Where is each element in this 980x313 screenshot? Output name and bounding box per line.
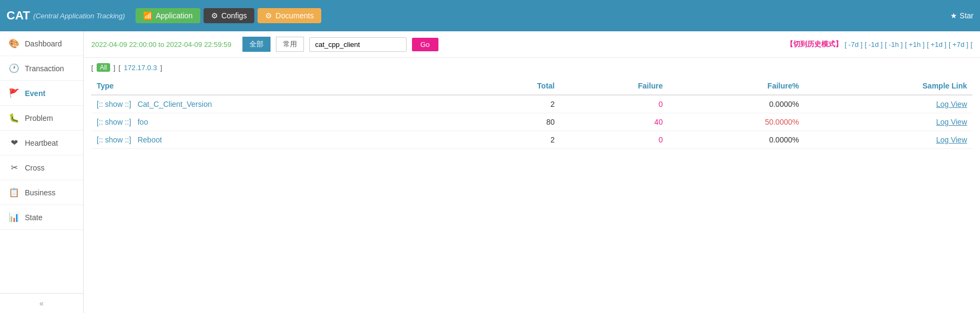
application-icon: 📶 [143,11,152,20]
log-view-link-0[interactable]: Log View [810,100,967,108]
star-button[interactable]: ★ Star [950,11,974,20]
sidebar: 🎨 Dashboard 🕐 Transaction 🚩 Event 🐛 Prob… [0,31,84,313]
sidebar-item-problem[interactable]: 🐛 Problem [0,106,83,131]
cell-failurepct-0: 0.0000% [668,95,804,113]
cell-failure-2: 0 [560,131,668,149]
bug-icon: 🐛 [9,113,19,123]
log-view-link-1[interactable]: Log View [810,118,967,126]
event-table: Type Total Failure Failure% Sample Link … [91,77,972,149]
sidebar-item-cross[interactable]: ✂ Cross [0,155,83,180]
app-logo: CAT [6,9,30,23]
sidebar-item-transaction-label: Transaction [25,64,64,73]
star-icon: ★ [950,11,957,20]
breadcrumb: [ All ] [ 172.17.0.3 ] [84,58,980,77]
breadcrumb-bracket-close-2: ] [160,64,163,72]
breadcrumb-bracket-open-2: [ [119,64,121,72]
sidebar-item-event-label: Event [25,89,45,98]
nav-application-label: Application [156,11,193,20]
table-row: [:: show ::] Reboot 2 0 0.0000% Log View [91,131,972,149]
header: CAT (Central Application Tracking) 📶 App… [0,0,980,31]
col-header-total: Total [474,77,560,95]
cell-failure-1: 40 [560,113,668,131]
sidebar-collapse-button[interactable]: « [0,293,83,313]
cell-logview-1: Log View [805,113,972,131]
cell-failurepct-2: 0.0000% [668,131,804,149]
time-link-plus1d[interactable]: [ +1d ] [927,40,947,49]
sidebar-item-state-label: State [25,213,43,222]
date-range: 2022-04-09 22:00:00 to 2022-04-09 22:59:… [91,40,232,49]
collapse-icon: « [39,299,44,308]
content-area: 2022-04-09 22:00:00 to 2022-04-09 22:59:… [84,31,980,313]
cell-type-1: [:: show ::] foo [91,113,474,131]
time-link-minus7d[interactable]: [ -7d ] [844,40,862,49]
sidebar-item-heartbeat-label: Heartbeat [25,139,58,147]
time-link-extra[interactable]: [ [970,40,972,49]
show-link-2[interactable]: [:: show ::] [97,135,131,144]
time-link-plus7d[interactable]: [ +7d ] [949,40,969,49]
type-name-0[interactable]: Cat_C_Client_Version [138,100,212,108]
history-mode-link[interactable]: 【切到历史模式】 [786,39,842,49]
table-area: Type Total Failure Failure% Sample Link … [84,77,980,313]
heart-icon: ❤ [9,138,19,148]
breadcrumb-bracket-open: [ [91,64,93,72]
time-link-minus1h[interactable]: [ -1h ] [885,40,903,49]
nav-documents-label: Documents [275,11,314,20]
table-row: [:: show ::] Cat_C_Client_Version 2 0 0.… [91,95,972,113]
cell-total-1: 80 [474,113,560,131]
sidebar-item-business[interactable]: 📋 Business [0,180,83,205]
table-header-row: Type Total Failure Failure% Sample Link [91,77,972,95]
breadcrumb-all-badge[interactable]: All [97,63,110,72]
cell-type-0: [:: show ::] Cat_C_Client_Version [91,95,474,113]
col-header-type: Type [91,77,474,95]
business-icon: 📋 [9,187,19,198]
configs-icon: ⚙ [211,11,218,20]
show-link-0[interactable]: [:: show ::] [97,100,131,108]
time-link-plus1h[interactable]: [ +1h ] [905,40,925,49]
sidebar-item-heartbeat[interactable]: ❤ Heartbeat [0,131,83,155]
nav-configs-button[interactable]: ⚙ Configs [204,8,254,23]
sidebar-item-transaction[interactable]: 🕐 Transaction [0,56,83,81]
time-links: 【切到历史模式】 [ -7d ] [ -1d ] [ -1h ] [ +1h ]… [786,39,972,49]
flag-icon: 🚩 [9,88,19,98]
filter-common-button[interactable]: 常用 [276,37,304,52]
time-link-minus1d[interactable]: [ -1d ] [864,40,882,49]
breadcrumb-bracket-close-1: ] [113,64,116,72]
type-name-2[interactable]: Reboot [138,135,162,144]
star-label: Star [959,11,974,20]
cell-logview-2: Log View [805,131,972,149]
state-icon: 📊 [9,212,19,222]
dashboard-icon: 🎨 [9,38,19,49]
sidebar-item-cross-label: Cross [25,164,45,172]
cell-total-2: 2 [474,131,560,149]
sidebar-item-event[interactable]: 🚩 Event [0,81,83,106]
go-button[interactable]: Go [412,38,438,51]
cell-logview-0: Log View [805,95,972,113]
breadcrumb-ip[interactable]: 172.17.0.3 [124,64,157,72]
cell-failure-0: 0 [560,95,668,113]
toolbar: 2022-04-09 22:00:00 to 2022-04-09 22:59:… [84,31,980,58]
nav-application-button[interactable]: 📶 Application [136,8,200,23]
main-layout: 🎨 Dashboard 🕐 Transaction 🚩 Event 🐛 Prob… [0,31,980,313]
clock-icon: 🕐 [9,63,19,73]
show-link-1[interactable]: [:: show ::] [97,118,131,126]
sidebar-item-state[interactable]: 📊 State [0,205,83,230]
col-header-failurepct: Failure% [668,77,804,95]
nav-documents-button[interactable]: ⚙ Documents [258,8,321,23]
filter-all-button[interactable]: 全部 [242,37,271,52]
col-header-samplelink: Sample Link [805,77,972,95]
cell-failurepct-1: 50.0000% [668,113,804,131]
type-name-1[interactable]: foo [138,118,148,126]
cell-total-0: 2 [474,95,560,113]
log-view-link-2[interactable]: Log View [810,135,967,144]
sidebar-item-dashboard[interactable]: 🎨 Dashboard [0,31,83,56]
sidebar-item-business-label: Business [25,188,56,197]
cell-type-2: [:: show ::] Reboot [91,131,474,149]
sidebar-item-problem-label: Problem [25,114,53,123]
col-header-failure: Failure [560,77,668,95]
table-row: [:: show ::] foo 80 40 50.0000% Log View [91,113,972,131]
sidebar-item-dashboard-label: Dashboard [25,39,62,48]
nav-configs-label: Configs [221,11,247,20]
search-input[interactable] [309,37,407,52]
documents-icon: ⚙ [265,11,272,20]
cross-icon: ✂ [9,162,19,173]
